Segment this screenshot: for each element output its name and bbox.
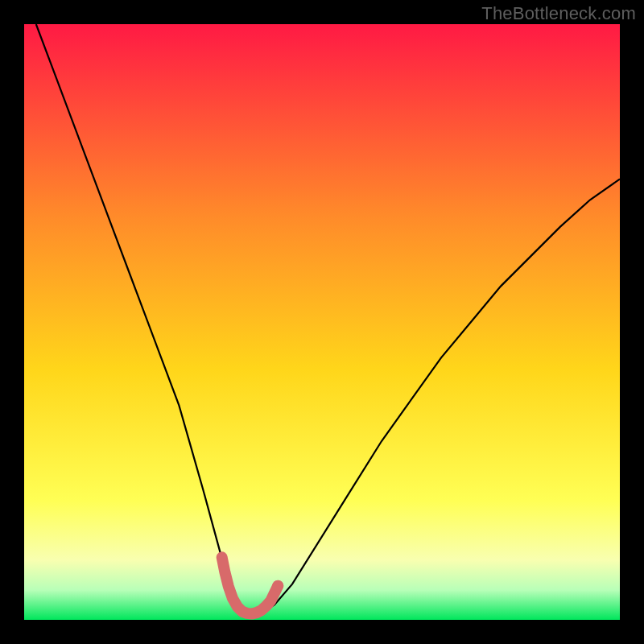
gradient-background xyxy=(24,24,620,620)
chart-svg xyxy=(24,24,620,620)
chart-frame: TheBottleneck.com xyxy=(0,0,644,644)
highlight-end-dot xyxy=(272,580,283,592)
attribution-label: TheBottleneck.com xyxy=(481,3,636,24)
plot-area xyxy=(24,24,620,620)
